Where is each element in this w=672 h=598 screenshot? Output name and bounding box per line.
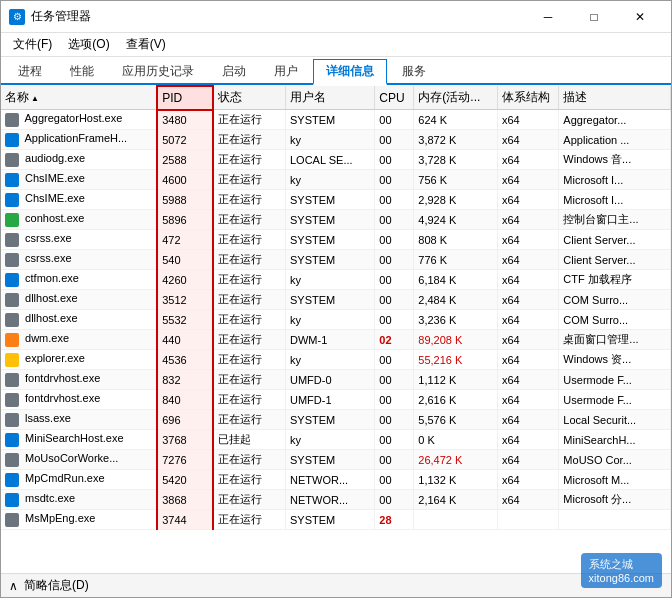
table-row[interactable]: ChsIME.exe 5988 正在运行 SYSTEM 00 2,928 K x… <box>1 190 671 210</box>
table-row[interactable]: lsass.exe 696 正在运行 SYSTEM 00 5,576 K x64… <box>1 410 671 430</box>
status-arrow[interactable]: ∧ <box>9 579 18 593</box>
cell-arch: x64 <box>498 310 559 330</box>
cell-desc: MiniSearchH... <box>559 430 671 450</box>
col-header-user[interactable]: 用户名 <box>286 86 375 110</box>
cell-mem: 3,236 K <box>414 310 498 330</box>
process-name: lsass.exe <box>25 412 71 424</box>
cell-status: 已挂起 <box>213 430 286 450</box>
col-header-desc[interactable]: 描述 <box>559 86 671 110</box>
table-row[interactable]: dllhost.exe 3512 正在运行 SYSTEM 00 2,484 K … <box>1 290 671 310</box>
menu-options[interactable]: 选项(O) <box>60 34 117 55</box>
cell-status: 正在运行 <box>213 210 286 230</box>
tab-services[interactable]: 服务 <box>389 59 439 83</box>
process-table-container[interactable]: 名称▲ PID 状态 用户名 CPU 内存(活动... 体系结构 描述 Aggr… <box>1 85 671 573</box>
table-row[interactable]: csrss.exe 540 正在运行 SYSTEM 00 776 K x64 C… <box>1 250 671 270</box>
table-row[interactable]: audiodg.exe 2588 正在运行 LOCAL SE... 00 3,7… <box>1 150 671 170</box>
cell-desc: Microsoft 分... <box>559 490 671 510</box>
menu-file[interactable]: 文件(F) <box>5 34 60 55</box>
cell-status: 正在运行 <box>213 290 286 310</box>
table-row[interactable]: dwm.exe 440 正在运行 DWM-1 02 89,208 K x64 桌… <box>1 330 671 350</box>
process-icon <box>5 413 19 427</box>
col-header-status[interactable]: 状态 <box>213 86 286 110</box>
cell-desc: Microsoft M... <box>559 470 671 490</box>
table-row[interactable]: ctfmon.exe 4260 正在运行 ky 00 6,184 K x64 C… <box>1 270 671 290</box>
cell-mem: 89,208 K <box>414 330 498 350</box>
cell-cpu: 00 <box>375 230 414 250</box>
table-row[interactable]: conhost.exe 5896 正在运行 SYSTEM 00 4,924 K … <box>1 210 671 230</box>
status-label[interactable]: 简略信息(D) <box>24 577 89 594</box>
table-row[interactable]: dllhost.exe 5532 正在运行 ky 00 3,236 K x64 … <box>1 310 671 330</box>
cell-user: ky <box>286 270 375 290</box>
cell-name: conhost.exe <box>1 210 157 230</box>
table-header-row: 名称▲ PID 状态 用户名 CPU 内存(活动... 体系结构 描述 <box>1 86 671 110</box>
cell-status: 正在运行 <box>213 450 286 470</box>
process-name: explorer.exe <box>25 352 85 364</box>
cell-cpu: 00 <box>375 270 414 290</box>
table-row[interactable]: MpCmdRun.exe 5420 正在运行 NETWOR... 00 1,13… <box>1 470 671 490</box>
cell-cpu: 00 <box>375 250 414 270</box>
cell-desc: CTF 加载程序 <box>559 270 671 290</box>
cell-cpu: 00 <box>375 490 414 510</box>
sort-arrow-name: ▲ <box>31 94 39 103</box>
cell-name: dwm.exe <box>1 330 157 350</box>
cell-name: dllhost.exe <box>1 310 157 330</box>
cell-arch: x64 <box>498 210 559 230</box>
cell-cpu: 00 <box>375 450 414 470</box>
table-row[interactable]: MoUsoCorWorke... 7276 正在运行 SYSTEM 00 26,… <box>1 450 671 470</box>
cell-user: ky <box>286 130 375 150</box>
cell-arch: x64 <box>498 110 559 130</box>
cell-arch: x64 <box>498 370 559 390</box>
cell-user: ky <box>286 170 375 190</box>
process-name: ApplicationFrameH... <box>24 132 127 144</box>
cell-name: ctfmon.exe <box>1 270 157 290</box>
col-header-mem[interactable]: 内存(活动... <box>414 86 498 110</box>
tab-details[interactable]: 详细信息 <box>313 59 387 85</box>
cell-pid: 3512 <box>157 290 213 310</box>
table-row[interactable]: MsMpEng.exe 3744 正在运行 SYSTEM 28 <box>1 510 671 530</box>
cell-status: 正在运行 <box>213 390 286 410</box>
minimize-button[interactable]: ─ <box>525 1 571 33</box>
cell-user: SYSTEM <box>286 290 375 310</box>
cell-user: SYSTEM <box>286 110 375 130</box>
cell-cpu: 28 <box>375 510 414 530</box>
table-row[interactable]: fontdrvhost.exe 832 正在运行 UMFD-0 00 1,112… <box>1 370 671 390</box>
tab-app-history[interactable]: 应用历史记录 <box>109 59 207 83</box>
col-header-arch[interactable]: 体系结构 <box>498 86 559 110</box>
col-header-cpu[interactable]: CPU <box>375 86 414 110</box>
close-button[interactable]: ✕ <box>617 1 663 33</box>
table-row[interactable]: msdtc.exe 3868 正在运行 NETWOR... 00 2,164 K… <box>1 490 671 510</box>
tab-performance[interactable]: 性能 <box>57 59 107 83</box>
cell-desc: Usermode F... <box>559 390 671 410</box>
tab-users[interactable]: 用户 <box>261 59 311 83</box>
maximize-button[interactable]: □ <box>571 1 617 33</box>
cell-name: csrss.exe <box>1 230 157 250</box>
cell-pid: 5532 <box>157 310 213 330</box>
table-row[interactable]: AggregatorHost.exe 3480 正在运行 SYSTEM 00 6… <box>1 110 671 130</box>
cell-pid: 5896 <box>157 210 213 230</box>
process-icon <box>5 433 19 447</box>
table-row[interactable]: explorer.exe 4536 正在运行 ky 00 55,216 K x6… <box>1 350 671 370</box>
table-row[interactable]: ApplicationFrameH... 5072 正在运行 ky 00 3,8… <box>1 130 671 150</box>
menu-view[interactable]: 查看(V) <box>118 34 174 55</box>
tab-startup[interactable]: 启动 <box>209 59 259 83</box>
cell-user: UMFD-1 <box>286 390 375 410</box>
process-name: fontdrvhost.exe <box>25 392 100 404</box>
cell-cpu: 00 <box>375 310 414 330</box>
tab-process[interactable]: 进程 <box>5 59 55 83</box>
cell-pid: 3868 <box>157 490 213 510</box>
table-row[interactable]: csrss.exe 472 正在运行 SYSTEM 00 808 K x64 C… <box>1 230 671 250</box>
cell-status: 正在运行 <box>213 230 286 250</box>
cell-cpu: 00 <box>375 150 414 170</box>
table-row[interactable]: fontdrvhost.exe 840 正在运行 UMFD-1 00 2,616… <box>1 390 671 410</box>
cell-name: MiniSearchHost.exe <box>1 430 157 450</box>
process-name: csrss.exe <box>25 232 71 244</box>
col-header-pid[interactable]: PID <box>157 86 213 110</box>
table-row[interactable]: MiniSearchHost.exe 3768 已挂起 ky 00 0 K x6… <box>1 430 671 450</box>
table-row[interactable]: ChsIME.exe 4600 正在运行 ky 00 756 K x64 Mic… <box>1 170 671 190</box>
cell-desc <box>559 510 671 530</box>
cell-cpu: 00 <box>375 110 414 130</box>
col-header-name[interactable]: 名称▲ <box>1 86 157 110</box>
cell-user: SYSTEM <box>286 510 375 530</box>
cell-desc: Windows 资... <box>559 350 671 370</box>
process-name: MoUsoCorWorke... <box>25 452 118 464</box>
